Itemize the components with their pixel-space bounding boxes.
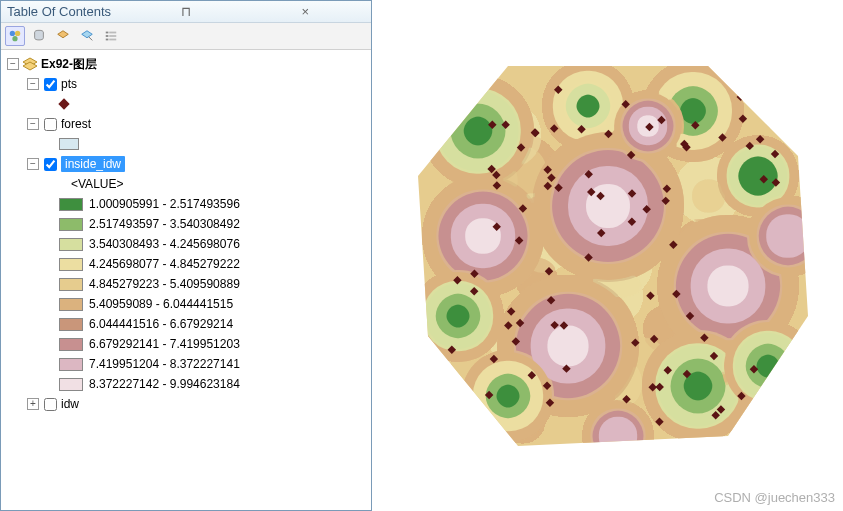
legend-class-label: 4.845279223 - 5.409590889 [89,277,240,291]
svg-rect-5 [109,32,116,34]
map-point [452,394,460,402]
svg-point-49 [575,93,600,118]
legend-class-row[interactable]: 4.245698077 - 4.845279222 [3,254,369,274]
svg-point-98 [755,353,780,378]
layer-forest-checkbox[interactable] [44,118,57,131]
expand-toggle-icon[interactable]: − [27,78,39,90]
legend-class-label: 8.372227142 - 9.994623184 [89,377,240,391]
legend-class-label: 4.245698077 - 4.845279222 [89,257,240,271]
legend-class-label: 2.517493597 - 3.540308492 [89,217,240,231]
point-symbol-icon [58,98,69,109]
watermark-text: CSDN @juechen333 [714,490,835,505]
svg-rect-6 [106,35,109,37]
layer-idw-row[interactable]: + idw [3,394,369,414]
layer-inside-idw-row[interactable]: − inside_idw [3,154,369,174]
expand-toggle-icon[interactable]: − [27,118,39,130]
legend-class-row[interactable]: 7.419951204 - 8.372227141 [3,354,369,374]
legend-swatch [59,258,83,271]
legend-class-row[interactable]: 8.372227142 - 9.994623184 [3,374,369,394]
layer-pts-checkbox[interactable] [44,78,57,91]
panel-title: Table Of Contents [7,4,126,19]
layer-label: idw [61,397,79,411]
svg-point-94 [599,417,635,453]
idw-raster-rendering [388,36,828,476]
table-of-contents-panel: Table Of Contents ⊓ × − Ex92-图层 − [0,0,372,511]
svg-point-0 [10,31,15,36]
map-point [449,371,457,379]
list-by-source-button[interactable] [29,26,49,46]
layer-tree: − Ex92-图层 − pts − forest − inside_idw [1,50,371,510]
layer-pts-row[interactable]: − pts [3,74,369,94]
map-point [767,91,775,99]
expand-toggle-icon[interactable]: + [27,398,39,410]
svg-point-2 [12,36,17,41]
svg-point-56 [737,155,779,197]
map-view[interactable]: CSDN @juechen333 [372,0,843,511]
svg-point-80 [495,383,520,408]
legend-class-label: 7.419951204 - 8.372227141 [89,357,240,371]
legend-class-row[interactable]: 6.679292141 - 7.419951203 [3,334,369,354]
forest-swatch [59,138,79,150]
expand-toggle-icon[interactable]: − [7,58,19,70]
legend-swatch [59,318,83,331]
panel-titlebar: Table Of Contents ⊓ × [1,1,371,23]
group-label: Ex92-图层 [41,56,97,73]
layer-label-selected: inside_idw [61,156,125,172]
map-point [747,91,755,99]
list-by-selection-button[interactable] [77,26,97,46]
legend-class-label: 6.679292141 - 7.419951203 [89,337,240,351]
legend-class-row[interactable]: 1.000905991 - 2.517493596 [3,194,369,214]
legend-class-label: 1.000905991 - 2.517493596 [89,197,240,211]
close-icon[interactable]: × [246,4,365,19]
svg-rect-7 [109,35,116,37]
svg-rect-9 [109,39,116,41]
legend-class-label: 6.044441516 - 6.67929214 [89,317,233,331]
legend-class-label: 3.540308493 - 4.245698076 [89,237,240,251]
legend-swatch [59,238,83,251]
legend-class-label: 5.40959089 - 6.044441515 [89,297,233,311]
value-header-label: <VALUE> [71,177,123,191]
svg-point-91 [445,303,470,328]
inside-idw-class-list: 1.000905991 - 2.5174935962.517493597 - 3… [3,194,369,394]
list-by-visibility-button[interactable] [53,26,73,46]
svg-point-53 [679,97,707,125]
layer-forest-row[interactable]: − forest [3,114,369,134]
svg-rect-8 [106,39,109,41]
legend-swatch [59,358,83,371]
svg-rect-4 [106,32,109,34]
layer-label: pts [61,77,77,91]
svg-point-83 [767,215,809,257]
list-by-drawing-order-button[interactable] [5,26,25,46]
legend-class-row[interactable]: 4.845279223 - 5.409590889 [3,274,369,294]
value-header-row: <VALUE> [3,174,369,194]
legend-class-row[interactable]: 6.044441516 - 6.67929214 [3,314,369,334]
layer-inside-idw-checkbox[interactable] [44,158,57,171]
layer-idw-checkbox[interactable] [44,398,57,411]
layer-forest-symbol-row[interactable] [3,134,369,154]
toc-toolbar [1,23,371,50]
legend-class-row[interactable]: 5.40959089 - 6.044441515 [3,294,369,314]
tree-group-row[interactable]: − Ex92-图层 [3,54,369,74]
pin-icon[interactable]: ⊓ [126,4,245,19]
legend-swatch [59,198,83,211]
layer-label: forest [61,117,91,131]
legend-swatch [59,378,83,391]
legend-swatch [59,218,83,231]
legend-class-row[interactable]: 3.540308493 - 4.245698076 [3,234,369,254]
legend-swatch [59,338,83,351]
svg-point-1 [15,31,20,36]
svg-point-60 [466,219,500,253]
legend-swatch [59,298,83,311]
layer-pts-symbol-row[interactable] [3,94,369,114]
options-button[interactable] [101,26,121,46]
expand-toggle-icon[interactable]: − [27,158,39,170]
svg-point-68 [708,266,747,305]
svg-point-45 [462,115,493,146]
legend-swatch [59,278,83,291]
svg-point-72 [548,326,587,365]
layers-icon [22,57,38,71]
legend-class-row[interactable]: 2.517493597 - 3.540308492 [3,214,369,234]
